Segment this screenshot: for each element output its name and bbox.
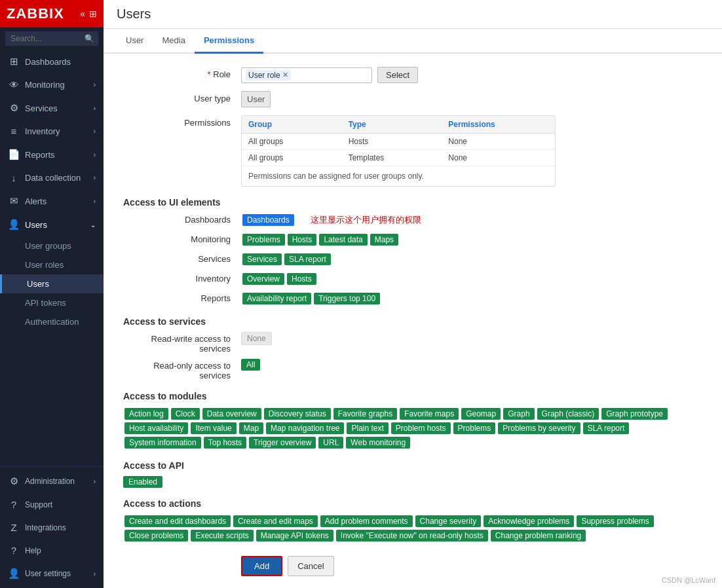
- add-button[interactable]: Add: [241, 556, 282, 576]
- logo-text: ZABBIX: [7, 5, 64, 22]
- tag-create-edit-dashboards: Create and edit dashboards: [124, 515, 231, 527]
- tag-system-info: System information: [124, 437, 201, 449]
- logo-icons: « ⊞: [80, 9, 97, 19]
- collapse-icon[interactable]: «: [80, 9, 85, 19]
- role-label: Role: [123, 67, 241, 79]
- inventory-arrow: ›: [94, 128, 96, 135]
- footer-watermark: CSDN @LcWanf: [662, 576, 715, 584]
- tag-top-hosts: Top hosts: [204, 437, 246, 449]
- sidebar-item-help[interactable]: ? Help: [0, 539, 104, 562]
- tag-invoke-execute-now: Invoke "Execute now" on read-only hosts: [336, 530, 488, 542]
- permissions-row-1: All groups Hosts None: [242, 134, 555, 150]
- actions-tags-group: Create and edit dashboards Create and ed…: [123, 514, 702, 543]
- select-button[interactable]: Select: [377, 67, 418, 83]
- sidebar-item-administration[interactable]: ⚙ Administration ›: [0, 469, 104, 493]
- role-input-group: User role ✕ Select: [241, 67, 702, 83]
- tag-map: Map: [239, 422, 263, 434]
- tag-sla-report-services: SLA report: [284, 253, 331, 265]
- tab-user[interactable]: User: [117, 29, 153, 54]
- main-content: Users User Media Permissions Role User r…: [104, 0, 722, 588]
- tag-create-edit-maps: Create and edit maps: [233, 515, 318, 527]
- content-area: Role User role ✕ Select User type User: [104, 54, 722, 588]
- sidebar-item-api-tokens[interactable]: API tokens: [0, 293, 104, 312]
- sidebar: ZABBIX « ⊞ 🔍 ⊞ Dashboards 👁 Monitoring ›…: [0, 0, 104, 588]
- role-value: User role ✕ Select: [241, 67, 702, 83]
- tag-problem-hosts: Problem hosts: [391, 422, 451, 434]
- services-icon: ⚙: [8, 102, 20, 114]
- sidebar-label-monitoring: Monitoring: [25, 80, 65, 90]
- tag-change-severity: Change severity: [415, 515, 482, 527]
- sidebar-label-administration: Administration: [25, 477, 75, 486]
- ui-elements-title: Access to UI elements: [123, 197, 702, 208]
- api-enabled-tag: Enabled: [123, 476, 162, 488]
- user-type-field: User: [241, 91, 271, 107]
- tag-problems: Problems: [242, 234, 285, 246]
- label-api-tokens: API tokens: [25, 298, 66, 308]
- action-buttons: Add Cancel: [241, 556, 702, 576]
- tag-favorite-maps: Favorite maps: [400, 408, 459, 420]
- perm-row2-type: Templates: [349, 153, 449, 162]
- tag-problems-mod: Problems: [453, 422, 496, 434]
- sidebar-label-integrations: Integrations: [25, 523, 66, 532]
- ro-all-tag: All: [241, 359, 260, 371]
- permissions-label: Permissions: [123, 115, 241, 128]
- sidebar-item-users[interactable]: 👤 Users ⌄: [0, 213, 104, 236]
- tag-add-problem-comments: Add problem comments: [320, 515, 413, 527]
- tag-clock: Clock: [171, 408, 200, 420]
- help-icon: ?: [8, 545, 20, 556]
- cancel-button[interactable]: Cancel: [288, 556, 333, 576]
- tag-hosts-monitoring: Hosts: [288, 234, 317, 246]
- tag-graph: Graph: [503, 408, 534, 420]
- perm-header-group: Group: [248, 120, 349, 129]
- access-actions-title: Access to actions: [123, 498, 702, 509]
- sidebar-item-user-groups[interactable]: User groups: [0, 236, 104, 255]
- alerts-icon: ✉: [8, 195, 20, 207]
- tab-permissions[interactable]: Permissions: [195, 29, 263, 54]
- sidebar-item-users-link[interactable]: Users: [0, 274, 104, 293]
- search-icon: 🔍: [85, 34, 94, 43]
- tag-graph-prototype: Graph prototype: [601, 408, 668, 420]
- sidebar-item-services[interactable]: ⚙ Services ›: [0, 96, 104, 120]
- perm-row2-perm: None: [448, 153, 548, 162]
- sidebar-bottom: ⚙ Administration › ? Support Z Integrati…: [0, 466, 104, 588]
- sidebar-item-authentication[interactable]: Authentication: [0, 312, 104, 331]
- role-tag-close[interactable]: ✕: [282, 71, 288, 79]
- sidebar-label-users: Users: [25, 220, 47, 230]
- sidebar-item-inventory[interactable]: ≡ Inventory ›: [0, 120, 104, 143]
- tag-availability-report: Availability report: [242, 293, 311, 304]
- user-type-label: User type: [123, 91, 241, 103]
- access-api-title: Access to API: [123, 460, 702, 471]
- role-tag-label: User role: [248, 71, 280, 80]
- sidebar-item-reports[interactable]: 📄 Reports ›: [0, 143, 104, 166]
- sidebar-item-dashboards[interactable]: ⊞ Dashboards: [0, 50, 104, 73]
- sidebar-item-integrations[interactable]: Z Integrations: [0, 516, 104, 539]
- sidebar-item-user-roles[interactable]: User roles: [0, 255, 104, 274]
- tag-item-value: Item value: [191, 422, 236, 434]
- label-user-roles: User roles: [25, 260, 64, 270]
- rw-services-value: None: [241, 332, 702, 345]
- role-tag: User role ✕: [246, 70, 291, 81]
- permissions-row: Permissions Group Type Permissions All g…: [123, 115, 702, 187]
- rw-services-label: Read-write access to services: [123, 332, 241, 354]
- perm-row1-perm: None: [448, 137, 548, 146]
- sidebar-item-support[interactable]: ? Support: [0, 493, 104, 516]
- tag-trigger-overview: Trigger overview: [249, 437, 316, 449]
- sidebar-item-data-collection[interactable]: ↓ Data collection ›: [0, 166, 104, 189]
- rw-services-row: Read-write access to services None: [123, 332, 702, 354]
- ui-monitoring-label: Monitoring: [123, 232, 241, 244]
- tag-action-log: Action log: [124, 408, 168, 420]
- administration-arrow: ›: [94, 478, 96, 485]
- tag-change-problem-ranking: Change problem ranking: [491, 530, 586, 542]
- support-icon: ?: [8, 499, 20, 510]
- tag-dashboards: Dashboards: [242, 214, 294, 226]
- modules-tags-group: Action log Clock Data overview Discovery…: [123, 407, 702, 450]
- tab-media[interactable]: Media: [153, 29, 194, 54]
- sidebar-item-monitoring[interactable]: 👁 Monitoring ›: [0, 73, 104, 96]
- sidebar-item-user-settings[interactable]: 👤 User settings ›: [0, 562, 104, 585]
- tag-plain-text: Plain text: [347, 422, 388, 434]
- sidebar-label-data-collection: Data collection: [25, 173, 81, 183]
- logo-area: ZABBIX « ⊞: [0, 0, 104, 28]
- expand-icon[interactable]: ⊞: [89, 9, 97, 19]
- chinese-annotation: 这里显示这个用户拥有的权限: [311, 215, 421, 225]
- sidebar-item-alerts[interactable]: ✉ Alerts ›: [0, 189, 104, 213]
